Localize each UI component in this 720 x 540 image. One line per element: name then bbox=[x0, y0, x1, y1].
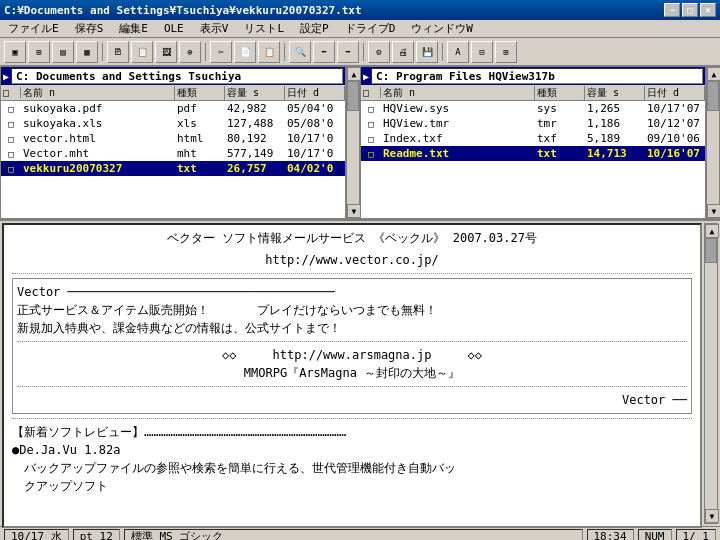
file-size: 1,186 bbox=[585, 117, 645, 130]
tb-btn-19[interactable]: ⊟ bbox=[471, 41, 493, 63]
preview-box-header: Vector ─────────────────────────────────… bbox=[17, 283, 687, 301]
file-date: 10/17'07 bbox=[645, 102, 705, 115]
preview-box-title: MMORPG『ArsMagna ～封印の大地～』 bbox=[17, 364, 687, 382]
file-name: Readme.txt bbox=[381, 147, 535, 160]
file-icon: □ bbox=[361, 149, 381, 159]
file-date: 10/17'0 bbox=[285, 147, 345, 160]
tb-btn-6[interactable]: 📋 bbox=[131, 41, 153, 63]
tb-btn-8[interactable]: ⊕ bbox=[179, 41, 201, 63]
tb-btn-15[interactable]: ⚙ bbox=[368, 41, 390, 63]
preview-line-2: http://www.vector.co.jp/ bbox=[12, 251, 692, 269]
table-row[interactable]: □ vector.html html 80,192 10/17'0 bbox=[1, 131, 345, 146]
table-row[interactable]: □ Readme.txt txt 14,713 10/16'07 bbox=[361, 146, 705, 161]
file-date: 05/04'0 bbox=[285, 102, 345, 115]
right-panel-path[interactable]: C: Program Files HQView317b bbox=[371, 68, 703, 84]
tb-btn-11[interactable]: 📋 bbox=[258, 41, 280, 63]
tb-btn-12[interactable]: 🔍 bbox=[289, 41, 311, 63]
file-type: html bbox=[175, 132, 225, 145]
left-col-name[interactable]: 名前 n bbox=[21, 86, 175, 100]
file-name: HQView.sys bbox=[381, 102, 535, 115]
window-controls: － □ × bbox=[664, 3, 716, 17]
table-row[interactable]: □ HQView.sys sys 1,265 10/17'07 bbox=[361, 101, 705, 116]
right-col-name[interactable]: 名前 n bbox=[381, 86, 535, 100]
preview-container: ベクター ソフト情報メールサービス 《ベックル》 2007.03.27号 htt… bbox=[0, 221, 720, 526]
left-panel-scrollbar[interactable]: ▲ ▼ bbox=[346, 66, 360, 219]
scroll-down-btn[interactable]: ▼ bbox=[347, 204, 361, 218]
menu-settings[interactable]: 設定P bbox=[296, 20, 333, 37]
minimize-button[interactable]: － bbox=[664, 3, 680, 17]
scroll-thumb[interactable] bbox=[347, 81, 359, 111]
close-button[interactable]: × bbox=[700, 3, 716, 17]
right-panel-header: ▶ C: Program Files HQView317b bbox=[361, 67, 705, 85]
file-icon: □ bbox=[1, 134, 21, 144]
menu-view[interactable]: 表示V bbox=[196, 20, 233, 37]
tb-sep-4 bbox=[363, 43, 364, 61]
table-row[interactable]: □ HQView.tmr tmr 1,186 10/12'07 bbox=[361, 116, 705, 131]
left-col-type[interactable]: 種類 bbox=[175, 86, 225, 100]
file-date: 10/16'07 bbox=[645, 147, 705, 160]
tb-btn-7[interactable]: 🖼 bbox=[155, 41, 177, 63]
right-col-date[interactable]: 日付 d bbox=[645, 86, 705, 100]
menu-ole[interactable]: OLE bbox=[160, 21, 188, 36]
tb-btn-9[interactable]: ✂ bbox=[210, 41, 232, 63]
tb-btn-5[interactable]: 🖹 bbox=[107, 41, 129, 63]
preview-scroll-thumb[interactable] bbox=[705, 238, 717, 263]
toolbar: ▣ ⊞ ▤ ▦ 🖹 📋 🖼 ⊕ ✂ 📄 📋 🔍 ⬅ ➡ ⚙ 🖨 💾 A ⊟ ⊞ bbox=[0, 38, 720, 66]
right-panel: ▶ C: Program Files HQView317b □ 名前 n 種類 … bbox=[360, 66, 706, 219]
file-icon: □ bbox=[361, 134, 381, 144]
tb-btn-14[interactable]: ➡ bbox=[337, 41, 359, 63]
tb-btn-3[interactable]: ▤ bbox=[52, 41, 74, 63]
scroll-track-r[interactable] bbox=[707, 81, 719, 204]
left-panel-path-text: C: Documents and Settings Tsuchiya bbox=[16, 70, 241, 83]
left-col-date[interactable]: 日付 d bbox=[285, 86, 345, 100]
tb-btn-17[interactable]: 💾 bbox=[416, 41, 438, 63]
preview-scroll-track[interactable] bbox=[705, 238, 717, 509]
menu-drive[interactable]: ドライブD bbox=[341, 20, 400, 37]
file-size: 127,488 bbox=[225, 117, 285, 130]
table-row[interactable]: □ Index.txf txf 5,189 09/10'06 bbox=[361, 131, 705, 146]
file-size: 42,982 bbox=[225, 102, 285, 115]
tb-btn-4[interactable]: ▦ bbox=[76, 41, 98, 63]
tb-btn-13[interactable]: ⬅ bbox=[313, 41, 335, 63]
preview-divider-1 bbox=[12, 273, 692, 274]
scroll-thumb-r[interactable] bbox=[707, 81, 719, 111]
file-type: mht bbox=[175, 147, 225, 160]
scroll-track[interactable] bbox=[347, 81, 359, 204]
preview-box-divider bbox=[17, 341, 687, 342]
menu-list[interactable]: リストL bbox=[240, 20, 288, 37]
preview-scrollbar[interactable]: ▲ ▼ bbox=[704, 223, 718, 524]
left-col-size[interactable]: 容量 s bbox=[225, 86, 285, 100]
right-panel-scrollbar[interactable]: ▲ ▼ bbox=[706, 66, 720, 219]
preview-line-1: ベクター ソフト情報メールサービス 《ベックル》 2007.03.27号 bbox=[12, 229, 692, 247]
menu-file[interactable]: ファイルE bbox=[4, 20, 63, 37]
scroll-up-btn-r[interactable]: ▲ bbox=[707, 67, 720, 81]
menu-save[interactable]: 保存S bbox=[71, 20, 108, 37]
table-row[interactable]: □ vekkuru20070327 txt 26,757 04/02'0 bbox=[1, 161, 345, 176]
preview-scroll-down[interactable]: ▼ bbox=[705, 509, 719, 523]
tb-btn-18[interactable]: A bbox=[447, 41, 469, 63]
tb-btn-2[interactable]: ⊞ bbox=[28, 41, 50, 63]
menu-bar: ファイルE 保存S 編集E OLE 表示V リストL 設定P ドライブD ウィン… bbox=[0, 20, 720, 38]
menu-edit[interactable]: 編集E bbox=[115, 20, 152, 37]
tb-btn-16[interactable]: 🖨 bbox=[392, 41, 414, 63]
menu-window[interactable]: ウィンドウW bbox=[407, 20, 477, 37]
preview-content[interactable]: ベクター ソフト情報メールサービス 《ベックル》 2007.03.27号 htt… bbox=[4, 225, 700, 526]
right-col-type[interactable]: 種類 bbox=[535, 86, 585, 100]
tb-btn-10[interactable]: 📄 bbox=[234, 41, 256, 63]
maximize-button[interactable]: □ bbox=[682, 3, 698, 17]
table-row[interactable]: □ sukoyaka.xls xls 127,488 05/08'0 bbox=[1, 116, 345, 131]
preview-scroll-up[interactable]: ▲ bbox=[705, 224, 719, 238]
file-icon: □ bbox=[1, 104, 21, 114]
table-row[interactable]: □ sukoyaka.pdf pdf 42,982 05/04'0 bbox=[1, 101, 345, 116]
file-panels: ▶ C: Documents and Settings Tsuchiya □ 名… bbox=[0, 66, 720, 221]
tb-btn-20[interactable]: ⊞ bbox=[495, 41, 517, 63]
tb-btn-1[interactable]: ▣ bbox=[4, 41, 26, 63]
scroll-up-btn[interactable]: ▲ bbox=[347, 67, 361, 81]
scroll-down-btn-r[interactable]: ▼ bbox=[707, 204, 720, 218]
table-row[interactable]: □ Vector.mht mht 577,149 10/17'0 bbox=[1, 146, 345, 161]
left-panel-path[interactable]: C: Documents and Settings Tsuchiya bbox=[11, 68, 343, 84]
status-pt: pt 12 bbox=[73, 529, 120, 541]
file-size: 80,192 bbox=[225, 132, 285, 145]
file-name: vekkuru20070327 bbox=[21, 162, 175, 175]
right-col-size[interactable]: 容量 s bbox=[585, 86, 645, 100]
